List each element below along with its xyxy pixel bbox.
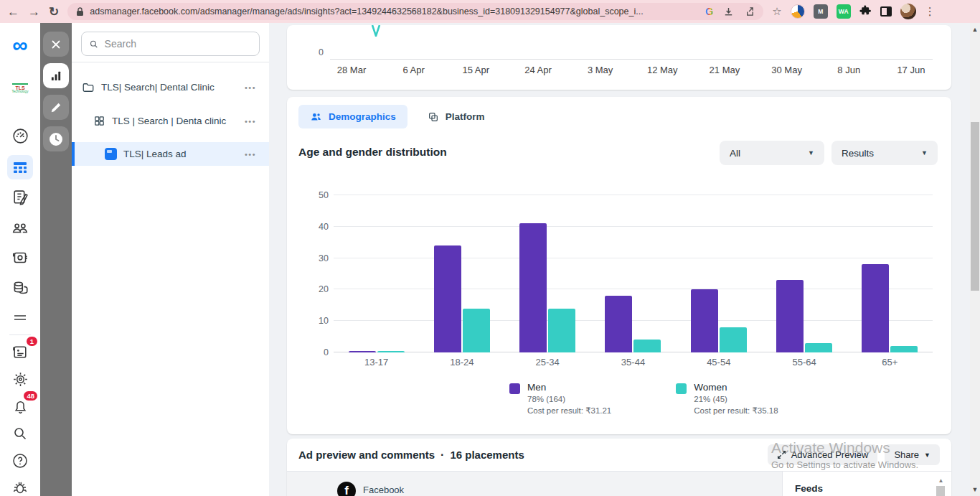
breakdown-filter-dropdown[interactable]: All▼ <box>720 141 824 165</box>
history-clock-button[interactable] <box>43 126 69 151</box>
ad-preview-card: Ad preview and comments · 16 placements … <box>287 439 951 496</box>
chevron-down-icon: ▼ <box>921 149 928 156</box>
men-bar <box>862 264 889 352</box>
bar-group: 45-54 <box>676 195 761 352</box>
metric-filter-dropdown[interactable]: Results▼ <box>831 141 938 165</box>
women-label: Women <box>694 382 778 393</box>
men-bar <box>349 351 376 352</box>
advanced-preview-button[interactable]: Advanced Preview <box>768 444 878 465</box>
tree-item-ad-selected[interactable]: TLS| Leads ad ••• <box>72 142 269 166</box>
women-swatch <box>676 383 687 394</box>
x-tick-label: 45-54 <box>676 357 761 368</box>
browser-toolbar: ← → ↻ adsmanager.facebook.com/adsmanager… <box>0 0 980 23</box>
ad-menu-icon[interactable]: ••• <box>245 150 256 159</box>
ad-preview-title: Ad preview and comments <box>298 449 435 461</box>
browser-menu-icon[interactable]: ⋮ <box>925 5 936 18</box>
x-tick-label: 65+ <box>847 357 933 368</box>
feeds-scrollbar[interactable]: ▲ <box>936 477 946 496</box>
app-sidebar: ∞ TLSTechnology 1 48 <box>0 23 40 496</box>
profile-avatar[interactable] <box>900 4 916 19</box>
view-charts-button[interactable] <box>43 63 69 88</box>
feeds-scroll-thumb[interactable] <box>936 486 945 496</box>
tree-item-campaign[interactable]: TLS| Search| Dental Clinic ••• <box>72 75 269 99</box>
share-button[interactable]: Share ▼ <box>885 444 940 465</box>
bookmark-star-icon[interactable]: ☆ <box>772 5 781 18</box>
x-tick-label: 13-17 <box>334 357 419 368</box>
tree-search-box[interactable] <box>81 32 260 56</box>
billing-icon[interactable] <box>7 276 33 300</box>
settings-gear-icon[interactable] <box>7 367 33 391</box>
all-tools-menu-icon[interactable] <box>7 306 33 330</box>
folder-icon <box>82 81 95 94</box>
ad-preview-actions: Advanced Preview Share ▼ <box>768 444 940 465</box>
adset-menu-icon[interactable]: ••• <box>245 117 256 126</box>
scroll-down-icon[interactable]: ▼ <box>970 486 980 493</box>
url-text[interactable]: adsmanager.facebook.com/adsmanager/manag… <box>90 6 695 17</box>
gmail-extension-icon[interactable]: M <box>814 4 828 19</box>
download-icon[interactable] <box>723 6 734 17</box>
search-rail-icon[interactable] <box>7 421 33 446</box>
bar-group: 35-44 <box>590 195 676 352</box>
scroll-up-icon[interactable]: ▲ <box>970 26 980 33</box>
ad-preview-body: f Facebook Feeds ▲ <box>287 472 951 496</box>
side-panel-icon[interactable] <box>880 6 892 17</box>
ads-reporting-icon[interactable] <box>7 185 33 210</box>
events-badge: 1 <box>27 337 37 346</box>
age-gender-yaxis: 01020304050 <box>301 195 329 352</box>
campaign-label: TLS| Search| Dental Clinic <box>101 82 215 93</box>
media-library-icon[interactable] <box>7 245 33 270</box>
women-bar <box>720 327 747 352</box>
extension-swirl-icon[interactable] <box>791 4 805 19</box>
legend-women: Women 21% (45) Cost per result: ₹35.18 <box>676 382 778 416</box>
account-overview-icon[interactable] <box>7 123 33 148</box>
back-icon[interactable]: ← <box>7 6 19 18</box>
chevron-down-icon: ▼ <box>924 451 930 459</box>
notifications-bell-icon[interactable]: 48 <box>7 394 33 418</box>
tls-technology-logo[interactable]: TLSTechnology <box>7 76 33 100</box>
campaigns-icon[interactable] <box>7 155 33 179</box>
tab-platform[interactable]: Platform <box>416 105 496 128</box>
reload-icon[interactable]: ↻ <box>49 6 59 18</box>
audiences-icon[interactable] <box>7 215 33 240</box>
y-tick-label: 10 <box>319 316 329 326</box>
separator-dot: · <box>440 449 444 462</box>
x-tick-label: 18-24 <box>419 357 504 368</box>
events-manager-icon[interactable]: 1 <box>7 340 33 364</box>
expand-icon <box>777 450 786 459</box>
close-toolbar-button[interactable] <box>43 32 69 57</box>
page-scroll-thumb[interactable] <box>971 122 979 291</box>
search-icon <box>89 39 99 50</box>
men-bar <box>691 289 718 352</box>
collapsed-edit-toolbar <box>40 23 72 496</box>
share-icon[interactable] <box>744 6 755 17</box>
url-bar[interactable]: adsmanager.facebook.com/adsmanager/manag… <box>67 3 763 20</box>
x-tick-label: 35-44 <box>590 357 676 368</box>
google-icon[interactable]: G <box>705 6 713 17</box>
meta-logo[interactable]: ∞ <box>7 33 33 57</box>
men-label: Men <box>527 382 611 393</box>
timeline-date-label: 30 May <box>765 65 809 75</box>
extensions-puzzle-icon[interactable] <box>859 4 872 19</box>
feeds-panel: Feeds ▲ <box>782 472 951 496</box>
tab-demographics[interactable]: Demographics <box>298 105 407 128</box>
y-tick-label: 40 <box>319 222 329 232</box>
men-bar <box>605 296 632 352</box>
tree-item-adset[interactable]: TLS | Search | Denta clinic ••• <box>72 109 269 133</box>
campaign-menu-icon[interactable]: ••• <box>245 83 256 92</box>
men-cost: Cost per result: ₹31.21 <box>527 406 611 416</box>
help-icon[interactable] <box>7 449 33 473</box>
whatsapp-extension-icon[interactable]: WA <box>837 4 851 19</box>
women-bar <box>548 309 575 352</box>
page-scrollbar[interactable]: ▲ ▼ <box>970 23 980 496</box>
x-tick-label: 25-34 <box>505 357 590 368</box>
y-tick-label: 50 <box>319 190 329 200</box>
facebook-channel-label: Facebook <box>363 485 404 495</box>
tree-search-input[interactable] <box>105 38 252 50</box>
facebook-logo-icon: f <box>337 482 356 496</box>
bug-report-icon[interactable] <box>7 476 33 496</box>
edit-pencil-button[interactable] <box>43 95 69 120</box>
forward-icon[interactable]: → <box>28 6 40 18</box>
bar-group: 13-17 <box>334 195 419 352</box>
timeline-baseline <box>330 59 933 60</box>
scroll-up-icon[interactable]: ▲ <box>936 477 946 484</box>
